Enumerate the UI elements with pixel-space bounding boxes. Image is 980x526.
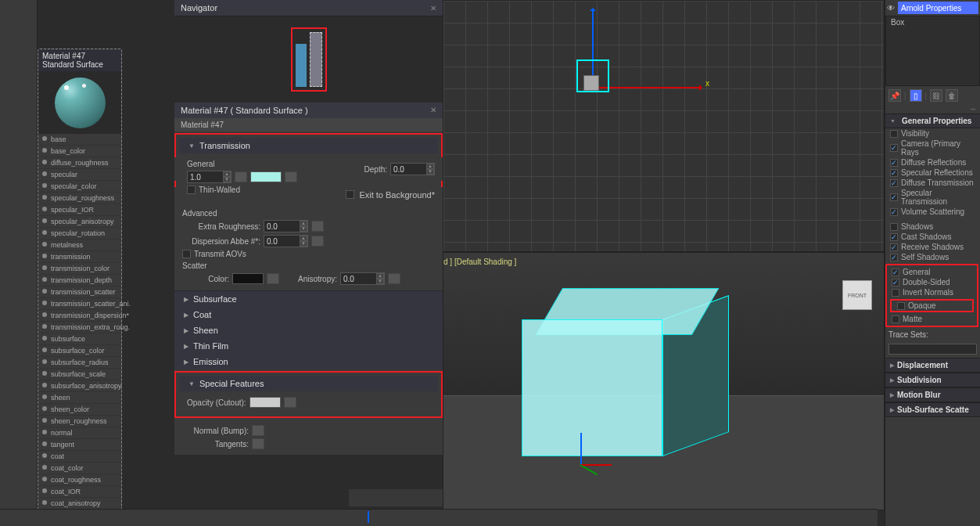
- camera-checkbox[interactable]: [890, 144, 898, 152]
- object-list[interactable]: Box: [885, 16, 980, 86]
- close-icon[interactable]: ✕: [430, 106, 436, 115]
- section-emission[interactable]: Emission: [174, 354, 443, 369]
- viewcube[interactable]: FRONT: [842, 280, 872, 310]
- section-subsurface[interactable]: Subsurface: [174, 291, 443, 307]
- viewport-perspective[interactable]: d ] [Default Shading ] FRONT: [443, 252, 885, 510]
- object-list-item[interactable]: Box: [891, 18, 975, 27]
- material-prop-coat_color[interactable]: coat_color: [38, 463, 121, 474]
- list-mode-icon[interactable]: ▯: [910, 89, 922, 102]
- material-editor-title-bar[interactable]: Material #47 ( Standard Surface ) ✕: [174, 103, 443, 118]
- material-prop-specular_IOR[interactable]: specular_IOR: [38, 204, 121, 216]
- extra-roughness-map-slot[interactable]: [311, 221, 324, 232]
- opacity-swatch[interactable]: [249, 397, 281, 408]
- material-prop-base[interactable]: base: [38, 134, 121, 146]
- link-icon[interactable]: ⛓: [930, 89, 942, 102]
- transmit-aov-checkbox[interactable]: [182, 250, 191, 258]
- opacity-map-slot[interactable]: [284, 397, 296, 408]
- close-icon[interactable]: ✕: [430, 4, 436, 13]
- delete-icon[interactable]: 🗑: [946, 89, 958, 102]
- scatter-aniso-input[interactable]: [341, 275, 376, 283]
- material-prop-tangent[interactable]: tangent: [38, 439, 121, 451]
- navigator-title-bar[interactable]: Navigator ✕: [174, 0, 443, 16]
- shadows-checkbox[interactable]: [890, 223, 898, 231]
- section-sss[interactable]: Sub-Surface Scatte: [885, 402, 980, 417]
- section-transmission[interactable]: Transmission: [179, 138, 438, 153]
- arnold-props-header[interactable]: Arnold Properties: [898, 2, 978, 14]
- material-prop-specular_color[interactable]: specular_color: [38, 181, 121, 193]
- depth-spinner[interactable]: ▲▼: [390, 163, 435, 175]
- grip-icon[interactable]: ┅: [885, 105, 980, 113]
- material-prop-sheen_roughness[interactable]: sheen_roughness: [38, 416, 121, 427]
- transmission-weight-spinner[interactable]: ▲▼: [187, 171, 232, 183]
- material-prop-transmission_color[interactable]: transmission_color: [38, 263, 121, 275]
- material-prop-specular_anisotropy[interactable]: specular_anisotropy: [38, 216, 121, 228]
- material-prop-specular_rotation[interactable]: specular_rotation: [38, 228, 121, 240]
- general-checkbox[interactable]: [892, 268, 899, 276]
- transmission-color-swatch[interactable]: [250, 171, 282, 182]
- material-preview[interactable]: [38, 71, 121, 134]
- material-prop-coat_anisotropy[interactable]: coat_anisotropy: [38, 498, 121, 510]
- material-prop-sheen[interactable]: sheen: [38, 392, 121, 404]
- material-prop-coat_roughness[interactable]: coat_roughness: [38, 474, 121, 486]
- material-prop-transmission_extra_roug.[interactable]: transmission_extra_roug.: [38, 322, 121, 333]
- exit-bg-checkbox[interactable]: [346, 190, 354, 199]
- thin-walled-checkbox[interactable]: [187, 186, 196, 194]
- viewport-label[interactable]: d ] [Default Shading ]: [443, 258, 516, 266]
- material-prop-subsurface_anisotropy[interactable]: subsurface_anisotropy: [38, 380, 121, 392]
- material-prop-transmission[interactable]: transmission: [38, 251, 121, 263]
- transmission-map-slot[interactable]: [235, 171, 247, 182]
- viewport-top[interactable]: x: [443, 0, 885, 252]
- dispersion-input[interactable]: [264, 237, 300, 246]
- section-special[interactable]: Special Features: [179, 376, 438, 391]
- extra-roughness-spinner[interactable]: ▲▼: [264, 220, 308, 232]
- visibility-checkbox[interactable]: [890, 130, 898, 138]
- depth-input[interactable]: [391, 165, 426, 174]
- receive-shadows-checkbox[interactable]: [890, 243, 898, 251]
- material-node[interactable]: Material #47 Standard Surface basebase_c…: [38, 49, 122, 526]
- material-prop-transmission_dispersion*[interactable]: transmission_dispersion*: [38, 310, 121, 322]
- section-sheen[interactable]: Sheen: [174, 322, 443, 338]
- trace-sets-input[interactable]: [888, 344, 977, 355]
- material-prop-metalness[interactable]: metalness: [38, 240, 121, 251]
- section-motion-blur[interactable]: Motion Blur: [885, 387, 980, 402]
- material-prop-transmission_scatter[interactable]: transmission_scatter: [38, 286, 121, 298]
- material-prop-sheen_color[interactable]: sheen_color: [38, 404, 121, 416]
- material-prop-subsurface_color[interactable]: subsurface_color: [38, 345, 121, 357]
- scatter-aniso-spinner[interactable]: ▲▼: [340, 272, 385, 285]
- invert-normals-checkbox[interactable]: [892, 289, 899, 297]
- diffuse-refl-checkbox[interactable]: [890, 159, 898, 167]
- material-name-field[interactable]: Material #47: [174, 118, 443, 132]
- vol-scatter-checkbox[interactable]: [890, 208, 898, 216]
- opaque-checkbox[interactable]: [897, 302, 905, 310]
- extra-roughness-input[interactable]: [264, 222, 300, 231]
- scatter-aniso-map-slot[interactable]: [388, 273, 400, 284]
- scatter-color-map-slot[interactable]: [267, 273, 279, 284]
- material-prop-transmission_depth[interactable]: transmission_depth: [38, 275, 121, 286]
- scatter-color-swatch[interactable]: [232, 273, 264, 284]
- material-prop-specular[interactable]: specular: [38, 169, 121, 181]
- tangents-map-slot[interactable]: [252, 438, 264, 449]
- section-general-properties[interactable]: General Properties: [885, 113, 980, 128]
- eye-icon[interactable]: 👁: [887, 4, 895, 13]
- section-thinfilm[interactable]: Thin Film: [174, 338, 443, 354]
- top-view-gizmo[interactable]: [583, 75, 599, 91]
- material-prop-subsurface_radius[interactable]: subsurface_radius: [38, 357, 121, 369]
- section-coat[interactable]: Coat: [174, 307, 443, 322]
- dispersion-map-slot[interactable]: [311, 236, 324, 247]
- cube-object[interactable]: [522, 288, 717, 460]
- transmission-color-map-slot[interactable]: [285, 171, 297, 182]
- transmission-weight-input[interactable]: [188, 173, 223, 182]
- spec-refl-checkbox[interactable]: [890, 169, 898, 177]
- material-prop-specular_roughness[interactable]: specular_roughness: [38, 193, 121, 204]
- material-prop-coat_IOR[interactable]: coat_IOR: [38, 486, 121, 498]
- double-sided-checkbox[interactable]: [892, 279, 899, 286]
- pin-icon[interactable]: 📌: [888, 89, 901, 102]
- material-prop-base_color[interactable]: base_color: [38, 146, 121, 157]
- material-prop-normal[interactable]: normal: [38, 427, 121, 439]
- navigator-body[interactable]: [174, 16, 443, 103]
- material-prop-subsurface[interactable]: subsurface: [38, 333, 121, 345]
- dispersion-spinner[interactable]: ▲▼: [264, 235, 308, 247]
- material-prop-transmission_scatter_ani.[interactable]: transmission_scatter_ani.: [38, 298, 121, 310]
- material-prop-coat[interactable]: coat: [38, 451, 121, 463]
- section-subdivision[interactable]: Subdivision: [885, 373, 980, 387]
